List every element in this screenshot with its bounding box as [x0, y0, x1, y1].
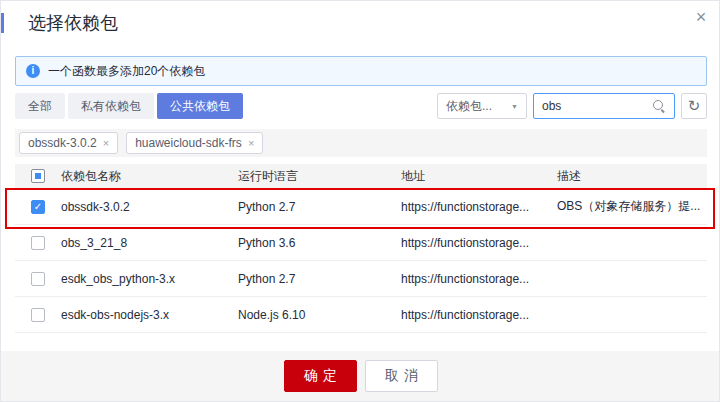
cell-package-name: obssdk-3.0.2 — [61, 200, 238, 214]
close-icon[interactable]: × — [691, 7, 711, 27]
info-icon: i — [26, 64, 40, 78]
cell-address: https://functionstorage... — [401, 236, 557, 250]
filter-toolbar: 全部 私有依赖包 公共依赖包 依赖包... ▼ ↻ — [15, 93, 707, 119]
cell-runtime: Python 2.7 — [238, 200, 401, 214]
table-row[interactable]: ✓ obssdk-3.0.2 Python 2.7 https://functi… — [15, 189, 707, 225]
dropdown-selected-label: 依赖包... — [446, 98, 492, 115]
cell-description: OBS（对象存储服务）提... — [557, 198, 707, 215]
cell-package-name: esdk_obs_python-3.x — [61, 272, 238, 286]
cell-address: https://functionstorage... — [401, 200, 557, 214]
refresh-button[interactable]: ↻ — [681, 93, 707, 119]
dialog-header: 选择依赖包 — [1, 11, 118, 35]
chevron-down-icon: ▼ — [511, 103, 518, 110]
table-header-row: 依赖包名称 运行时语言 地址 描述 — [15, 164, 707, 189]
tag-label: huaweicloud-sdk-frs — [135, 136, 242, 150]
search-box — [533, 93, 675, 119]
table-row[interactable]: esdk-obs-nodejs-3.x Node.js 6.10 https:/… — [15, 297, 707, 333]
selected-tag: obssdk-3.0.2 × — [19, 132, 118, 154]
cell-runtime: Python 3.6 — [238, 236, 401, 250]
cell-runtime: Python 2.7 — [238, 272, 401, 286]
title-accent-bar — [1, 13, 4, 33]
search-input[interactable] — [542, 99, 642, 113]
package-filter-dropdown[interactable]: 依赖包... ▼ — [437, 93, 527, 119]
cell-runtime: Node.js 6.10 — [238, 308, 401, 322]
search-icon[interactable] — [652, 99, 666, 113]
header-package-name: 依赖包名称 — [61, 168, 238, 185]
selected-tags-strip: obssdk-3.0.2 × huaweicloud-sdk-frs × — [15, 129, 707, 157]
tag-remove-icon[interactable]: × — [248, 137, 254, 149]
select-all-checkbox[interactable] — [31, 169, 45, 183]
tag-remove-icon[interactable]: × — [103, 137, 109, 149]
tab-public-packages[interactable]: 公共依赖包 — [157, 93, 243, 119]
tag-label: obssdk-3.0.2 — [28, 136, 97, 150]
cell-package-name: esdk-obs-nodejs-3.x — [61, 308, 238, 322]
cancel-button[interactable]: 取消 — [365, 360, 438, 392]
packages-table: 依赖包名称 运行时语言 地址 描述 ✓ obssdk-3.0.2 Python … — [15, 164, 707, 333]
row-checkbox[interactable] — [31, 272, 45, 286]
confirm-button[interactable]: 确定 — [284, 360, 357, 392]
row-checkbox-checked[interactable]: ✓ — [31, 200, 45, 214]
tab-private-packages[interactable]: 私有依赖包 — [68, 93, 154, 119]
tab-all[interactable]: 全部 — [15, 93, 65, 119]
cell-address: https://functionstorage... — [401, 272, 557, 286]
header-description: 描述 — [557, 168, 707, 185]
selected-tag: huaweicloud-sdk-frs × — [126, 132, 263, 154]
table-row[interactable]: esdk_obs_python-3.x Python 2.7 https://f… — [15, 261, 707, 297]
row-checkbox[interactable] — [31, 236, 45, 250]
cell-package-name: obs_3_21_8 — [61, 236, 238, 250]
cell-address: https://functionstorage... — [401, 308, 557, 322]
info-banner: i 一个函数最多添加20个依赖包 — [15, 56, 707, 86]
info-banner-text: 一个函数最多添加20个依赖包 — [48, 63, 205, 80]
header-runtime: 运行时语言 — [238, 168, 401, 185]
row-checkbox[interactable] — [31, 308, 45, 322]
dialog-footer: 确定 取消 — [1, 351, 720, 401]
header-address: 地址 — [401, 168, 557, 185]
page-title: 选择依赖包 — [28, 11, 118, 35]
table-row[interactable]: obs_3_21_8 Python 3.6 https://functionst… — [15, 225, 707, 261]
